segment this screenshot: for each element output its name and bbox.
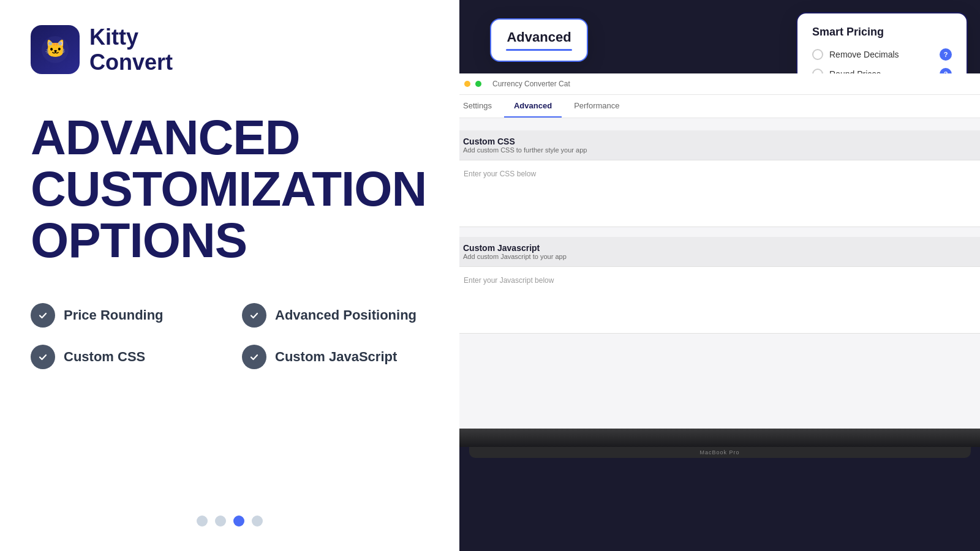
- check-icon: [31, 345, 55, 369]
- app-body: Custom CSS Add custom CSS to further sty…: [459, 118, 980, 356]
- macbook-label: MacBook Pro: [699, 449, 739, 455]
- left-panel: 🐱 Kitty Convert ADVANCED CUSTOMIZATION O…: [0, 0, 459, 551]
- feature-item: Price Rounding: [31, 303, 217, 328]
- tab-advanced[interactable]: Advanced: [504, 95, 562, 118]
- laptop-base: [459, 429, 980, 447]
- custom-js-area[interactable]: Enter your Javascript below: [459, 266, 980, 334]
- pagination-dots: [31, 515, 429, 527]
- feature-label: Custom JavaScript: [275, 349, 397, 365]
- app-bar-title: Currency Converter Cat: [492, 80, 570, 88]
- svg-point-3: [58, 42, 62, 45]
- feature-label: Advanced Positioning: [275, 307, 417, 323]
- floating-advanced-card: Advanced: [490, 18, 588, 62]
- traffic-light-expand[interactable]: [475, 81, 481, 87]
- radio-remove-decimals[interactable]: [812, 49, 823, 60]
- feature-item: Advanced Positioning: [242, 303, 429, 328]
- dot-4[interactable]: [252, 515, 263, 527]
- dot-1[interactable]: [197, 515, 208, 527]
- app-bar: Currency Converter Cat: [459, 73, 980, 95]
- remove-decimals-label: Remove Decimals: [829, 50, 899, 59]
- check-icon: [242, 345, 266, 369]
- logo-name: Kitty Convert: [89, 24, 173, 75]
- custom-js-header: Custom Javascript Add custom Javascript …: [459, 237, 980, 266]
- feature-label: Price Rounding: [64, 307, 164, 323]
- logo-area: 🐱 Kitty Convert: [31, 24, 429, 75]
- advanced-underline: [506, 49, 572, 51]
- tab-settings[interactable]: Settings: [459, 95, 502, 118]
- main-headline: ADVANCED CUSTOMIZATION OPTIONS: [31, 112, 429, 266]
- svg-point-4: [37, 309, 49, 321]
- dot-2[interactable]: [215, 515, 226, 527]
- dot-3[interactable]: [233, 515, 244, 527]
- smart-option-remove-decimals[interactable]: Remove Decimals ?: [812, 48, 952, 61]
- traffic-light-minimize[interactable]: [464, 81, 470, 87]
- advanced-tab-label: Advanced: [506, 29, 572, 45]
- laptop-bottom-bar: MacBook Pro: [469, 447, 971, 458]
- tab-performance[interactable]: Performance: [564, 95, 629, 118]
- custom-css-area[interactable]: Enter your CSS below: [459, 160, 980, 227]
- svg-text:🐱: 🐱: [45, 39, 66, 59]
- css-placeholder: Enter your CSS below: [464, 170, 536, 178]
- features-grid: Price Rounding Advanced Positioning Cust…: [31, 303, 429, 369]
- logo-icon: 🐱: [31, 25, 80, 74]
- right-panel: Advanced Smart Pricing Remove Decimals ?…: [459, 0, 980, 551]
- js-placeholder: Enter your Javascript below: [464, 276, 554, 285]
- custom-css-header: Custom CSS Add custom CSS to further sty…: [459, 130, 980, 160]
- feature-item: Custom JavaScript: [242, 345, 429, 369]
- check-icon: [242, 303, 266, 328]
- svg-point-7: [248, 351, 260, 363]
- custom-js-title: Custom Javascript: [463, 243, 976, 253]
- feature-item: Custom CSS: [31, 345, 217, 369]
- svg-point-5: [248, 309, 260, 321]
- feature-label: Custom CSS: [64, 349, 145, 365]
- app-tabs: Settings Advanced Performance: [459, 95, 980, 118]
- svg-point-2: [48, 42, 52, 45]
- custom-css-subtitle: Add custom CSS to further style your app: [463, 146, 976, 154]
- help-icon-remove-decimals[interactable]: ?: [940, 48, 952, 61]
- check-icon: [31, 303, 55, 328]
- laptop-container: Currency Converter Cat Settings Advanced…: [459, 73, 980, 551]
- screen-content: Currency Converter Cat Settings Advanced…: [459, 73, 980, 429]
- smart-pricing-title: Smart Pricing: [812, 26, 952, 39]
- custom-css-title: Custom CSS: [463, 137, 976, 146]
- svg-point-6: [37, 351, 49, 363]
- custom-js-subtitle: Add custom Javascript to your app: [463, 253, 976, 260]
- laptop-screen: Currency Converter Cat Settings Advanced…: [459, 73, 980, 429]
